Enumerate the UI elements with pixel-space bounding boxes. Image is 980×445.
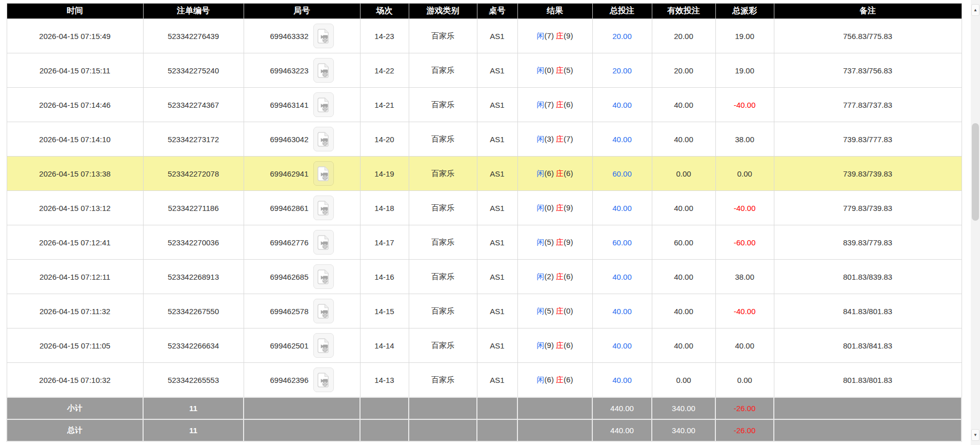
cell-total-bet[interactable]: 60.00: [592, 225, 652, 260]
round-id-value: 699462941: [270, 169, 308, 178]
video-replay-button[interactable]: [313, 333, 334, 358]
cell-total-bet[interactable]: 20.00: [592, 19, 652, 53]
cell-table-no: AS1: [477, 191, 517, 225]
result-player-score: (0): [545, 203, 554, 212]
round-id-value: 699463141: [270, 101, 308, 109]
result-player-score: (9): [545, 341, 554, 350]
cell-total-bet[interactable]: 40.00: [592, 88, 652, 122]
col-header-valid_bet: 有效投注: [652, 4, 715, 19]
video-camera-icon: [317, 373, 330, 388]
cell-bet-id: 523342266634: [143, 328, 244, 363]
video-camera-icon: [317, 132, 330, 147]
summary-total-payout: -26.00: [715, 419, 774, 441]
header-row: 时间注单编号局号场次游戏类别桌号结果总投注有效投注总派彩备注: [7, 4, 962, 19]
video-replay-button[interactable]: [313, 299, 334, 323]
video-replay-button[interactable]: [313, 127, 334, 151]
cell-total-bet[interactable]: 20.00: [592, 53, 652, 88]
video-camera-icon: [317, 269, 330, 284]
result-player-score: (6): [545, 169, 554, 178]
video-camera-icon: [317, 63, 330, 78]
round-id-wrap: 699462776: [270, 230, 333, 255]
cell-session: 14-18: [360, 191, 409, 225]
cell-valid-bet: 40.00: [652, 260, 715, 294]
cell-total-bet[interactable]: 40.00: [592, 328, 652, 363]
cell-valid-bet: 40.00: [652, 191, 715, 225]
result-player-score: (5): [545, 306, 554, 315]
round-id-value: 699462776: [270, 238, 308, 247]
video-replay-button[interactable]: [313, 196, 334, 220]
cell-game-type: 百家乐: [409, 328, 477, 363]
cell-round-id: 699462396: [244, 363, 360, 398]
cell-game-type: 百家乐: [409, 157, 477, 191]
cell-total-bet[interactable]: 40.00: [592, 363, 652, 398]
cell-table-no: AS1: [477, 363, 517, 398]
round-id-wrap: 699463223: [270, 58, 333, 83]
result-player-score: (7): [545, 100, 554, 109]
summary-total-payout: -26.00: [715, 397, 774, 419]
summary-valid-bet: 340.00: [652, 419, 715, 441]
cell-round-id: 699462941: [244, 157, 360, 191]
col-header-table_no: 桌号: [477, 4, 517, 19]
cell-total-payout: 0.00: [715, 157, 774, 191]
cell-game-type: 百家乐: [409, 225, 477, 260]
result-player-score: (6): [545, 375, 554, 384]
video-replay-button[interactable]: [313, 230, 334, 255]
table-row: 2026-04-15 07:10:32523342265553699462396…: [7, 363, 962, 398]
result-banker-label: 庄: [556, 134, 564, 143]
col-header-result: 结果: [517, 4, 592, 19]
round-id-wrap: 699462578: [270, 299, 333, 323]
cell-total-bet[interactable]: 40.00: [592, 191, 652, 225]
cell-bet-id: 523342272078: [143, 157, 244, 191]
vertical-scrollbar[interactable]: ▲ ▼: [971, 0, 980, 445]
result-player-score: (3): [545, 134, 554, 143]
round-id-value: 699463223: [270, 66, 308, 75]
round-id-wrap: 699463141: [270, 92, 333, 117]
result-banker-label: 庄: [556, 31, 564, 40]
cell-result: 闲(9) 庄(6): [517, 328, 592, 363]
cell-remark: 737.83/756.83: [774, 53, 962, 88]
cell-total-payout: 0.00: [715, 363, 774, 398]
round-id-value: 699463332: [270, 32, 308, 41]
video-replay-button[interactable]: [313, 367, 334, 392]
col-header-remark: 备注: [774, 4, 962, 19]
table-row: 2026-04-15 07:11:32523342267550699462578…: [7, 294, 962, 328]
cell-table-no: AS1: [477, 225, 517, 260]
video-replay-button[interactable]: [313, 58, 334, 83]
cell-valid-bet: 20.00: [652, 53, 715, 88]
scroll-up-button[interactable]: ▲: [971, 4, 979, 16]
summary-empty-cell: [409, 419, 477, 441]
summary-label: 小计: [7, 397, 143, 419]
summary-total-bet: 440.00: [592, 419, 652, 441]
up-arrow-icon: ▲: [973, 8, 977, 12]
cell-total-bet[interactable]: 40.00: [592, 122, 652, 157]
cell-remark: 777.83/737.83: [774, 88, 962, 122]
video-replay-button[interactable]: [313, 92, 334, 117]
col-header-total_bet: 总投注: [592, 4, 652, 19]
video-replay-button[interactable]: [313, 161, 334, 186]
video-camera-icon: [317, 235, 330, 250]
result-player-score: (5): [545, 238, 554, 246]
bet-history-table: 时间注单编号局号场次游戏类别桌号结果总投注有效投注总派彩备注 2026-04-1…: [6, 3, 962, 442]
video-replay-button[interactable]: [313, 24, 334, 48]
cell-session: 14-15: [360, 294, 409, 328]
cell-total-bet[interactable]: 40.00: [592, 260, 652, 294]
cell-game-type: 百家乐: [409, 191, 477, 225]
col-header-round_id: 局号: [244, 4, 360, 19]
result-player-score: (2): [545, 272, 554, 281]
video-replay-button[interactable]: [313, 264, 334, 289]
cell-valid-bet: 40.00: [652, 88, 715, 122]
result-banker-score: (6): [564, 169, 573, 178]
cell-round-id: 699462776: [244, 225, 360, 260]
scroll-down-button[interactable]: ▼: [971, 429, 979, 441]
cell-game-type: 百家乐: [409, 294, 477, 328]
cell-total-payout: -60.00: [715, 225, 774, 260]
cell-valid-bet: 40.00: [652, 294, 715, 328]
cell-table-no: AS1: [477, 157, 517, 191]
round-id-wrap: 699463332: [270, 24, 333, 48]
cell-total-bet[interactable]: 60.00: [592, 157, 652, 191]
scroll-thumb[interactable]: [972, 123, 979, 221]
cell-bet-id: 523342265553: [143, 363, 244, 398]
down-arrow-icon: ▼: [973, 433, 977, 437]
cell-total-bet[interactable]: 40.00: [592, 294, 652, 328]
result-banker-label: 庄: [556, 306, 564, 315]
